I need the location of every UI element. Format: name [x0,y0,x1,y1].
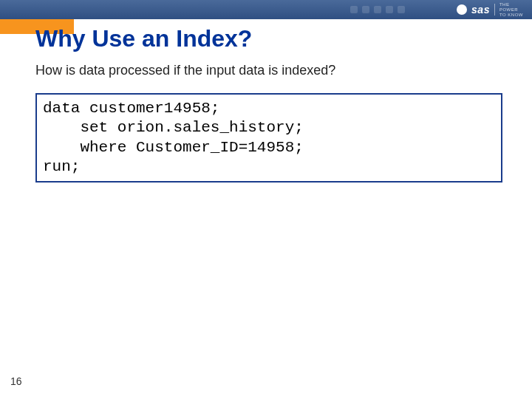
brand-tagline: THEPOWERTO KNOW [499,2,523,18]
brand-text: sas [471,4,490,16]
slide-content: Why Use an Index? How is data processed … [35,25,502,183]
code-block: data customer14958; set orion.sales_hist… [35,93,502,183]
sas-mark-icon [457,4,467,15]
page-number: 16 [10,375,22,387]
header-decor-dots [350,6,405,13]
slide-subtitle: How is data processed if the input data … [35,63,502,78]
header-bar: sas THEPOWERTO KNOW [0,0,532,19]
slide-title: Why Use an Index? [35,25,502,52]
sas-logo: sas THEPOWERTO KNOW [457,2,523,18]
divider-icon [494,4,495,16]
